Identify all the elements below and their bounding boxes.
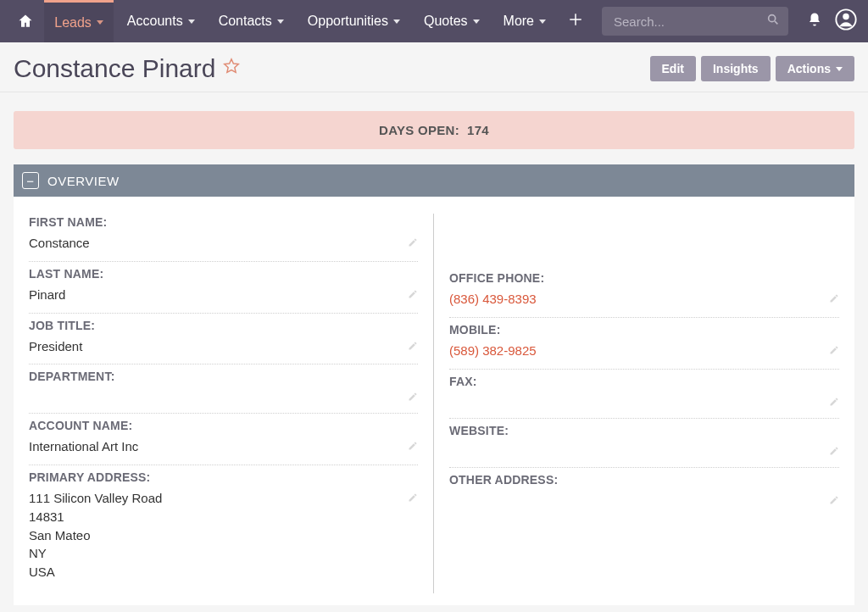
nav-quotes[interactable]: Quotes — [414, 0, 490, 42]
first-name-label: FIRST NAME: — [29, 215, 418, 229]
pencil-icon — [829, 397, 839, 407]
days-open-banner: DAYS OPEN: 174 — [14, 111, 854, 149]
address-line2: 14831 — [29, 508, 162, 526]
department-label: DEPARTMENT: — [29, 370, 418, 383]
office-phone-label: OFFICE PHONE: — [449, 271, 839, 285]
minus-icon: − — [26, 175, 34, 187]
nav-contacts-label: Contacts — [219, 14, 272, 29]
nav-more-label: More — [504, 14, 534, 29]
edit-job-title[interactable] — [408, 337, 418, 353]
nav-opportunities-label: Opportunities — [308, 14, 388, 29]
chevron-down-icon — [97, 20, 103, 25]
overview-section-header: − OVERVIEW — [14, 164, 854, 197]
address-line4: NY — [29, 544, 162, 563]
address-line3: San Mateo — [29, 526, 162, 545]
pencil-icon — [408, 441, 418, 451]
pencil-icon — [408, 492, 418, 503]
nav-accounts-label: Accounts — [127, 14, 183, 29]
actions-button[interactable]: Actions — [776, 56, 854, 81]
first-name-value: Constance — [29, 234, 90, 253]
nav-opportunities[interactable]: Opportunities — [298, 0, 410, 42]
edit-first-name[interactable] — [408, 234, 418, 250]
job-title-value: President — [29, 337, 82, 356]
edit-primary-address[interactable] — [408, 489, 418, 505]
svg-line-1 — [775, 21, 777, 24]
home-icon — [17, 13, 34, 30]
last-name-label: LAST NAME: — [29, 267, 418, 281]
nav-leads[interactable]: Leads — [44, 0, 114, 42]
address-line1: 111 Silicon Valley Road — [29, 489, 162, 508]
job-title-label: JOB TITLE: — [29, 319, 418, 332]
primary-address-value: 111 Silicon Valley Road 14831 San Mateo … — [29, 489, 162, 581]
search-input[interactable] — [602, 7, 788, 36]
nav-leads-label: Leads — [54, 15, 92, 31]
edit-fax[interactable] — [829, 393, 839, 409]
insights-button[interactable]: Insights — [701, 56, 771, 81]
address-line5: USA — [29, 563, 162, 581]
bell-icon — [807, 12, 822, 27]
edit-other-address[interactable] — [829, 492, 839, 508]
nav-quotes-label: Quotes — [424, 14, 468, 29]
pencil-icon — [829, 495, 839, 505]
pencil-icon — [408, 392, 418, 402]
chevron-down-icon — [539, 19, 546, 24]
pencil-icon — [408, 289, 418, 299]
office-phone-value[interactable]: (836) 439-8393 — [449, 290, 537, 309]
plus-icon — [568, 12, 583, 27]
page-title: Constance Pinard — [14, 54, 215, 83]
fax-label: FAX: — [449, 375, 839, 388]
pencil-icon — [408, 237, 418, 248]
chevron-down-icon — [277, 19, 284, 24]
star-icon — [222, 57, 241, 75]
edit-last-name[interactable] — [408, 286, 418, 302]
last-name-value: Pinard — [29, 286, 65, 304]
days-open-value: 174 — [467, 123, 489, 137]
nav-add-button[interactable] — [559, 10, 592, 32]
chevron-down-icon — [473, 19, 480, 24]
edit-account-name[interactable] — [408, 437, 418, 453]
edit-button[interactable]: Edit — [650, 56, 696, 81]
primary-address-label: PRIMARY ADDRESS: — [29, 470, 418, 484]
actions-button-label: Actions — [787, 62, 831, 75]
days-open-label: DAYS OPEN: — [379, 123, 459, 137]
overview-section-title: OVERVIEW — [47, 174, 120, 188]
nav-home[interactable] — [10, 13, 41, 30]
svg-point-0 — [769, 15, 776, 22]
pencil-icon — [829, 446, 839, 456]
pencil-icon — [829, 345, 839, 355]
account-name-label: ACCOUNT NAME: — [29, 419, 418, 432]
collapse-toggle[interactable]: − — [22, 172, 39, 189]
other-address-label: OTHER ADDRESS: — [449, 473, 839, 487]
insights-button-label: Insights — [713, 62, 759, 75]
nav-search — [602, 7, 788, 36]
favorite-button[interactable] — [222, 57, 241, 81]
edit-department[interactable] — [408, 388, 418, 404]
pencil-icon — [408, 341, 418, 351]
search-icon — [766, 13, 780, 30]
edit-website[interactable] — [829, 442, 839, 459]
pencil-icon — [829, 293, 839, 303]
chevron-down-icon — [836, 67, 843, 71]
nav-contacts[interactable]: Contacts — [209, 0, 294, 42]
nav-more[interactable]: More — [493, 0, 556, 42]
mobile-value[interactable]: (589) 382-9825 — [449, 342, 537, 360]
svg-point-3 — [843, 14, 849, 19]
user-menu-button[interactable] — [834, 8, 858, 35]
chevron-down-icon — [188, 19, 195, 24]
edit-office-phone[interactable] — [829, 290, 839, 306]
account-name-value: International Art Inc — [29, 437, 138, 456]
user-icon — [834, 8, 858, 31]
nav-accounts[interactable]: Accounts — [117, 0, 205, 42]
notifications-button[interactable] — [807, 12, 822, 31]
edit-mobile[interactable] — [829, 342, 839, 358]
website-label: WEBSITE: — [449, 424, 839, 437]
mobile-label: MOBILE: — [449, 323, 839, 337]
chevron-down-icon — [393, 19, 400, 24]
edit-button-label: Edit — [662, 62, 684, 75]
